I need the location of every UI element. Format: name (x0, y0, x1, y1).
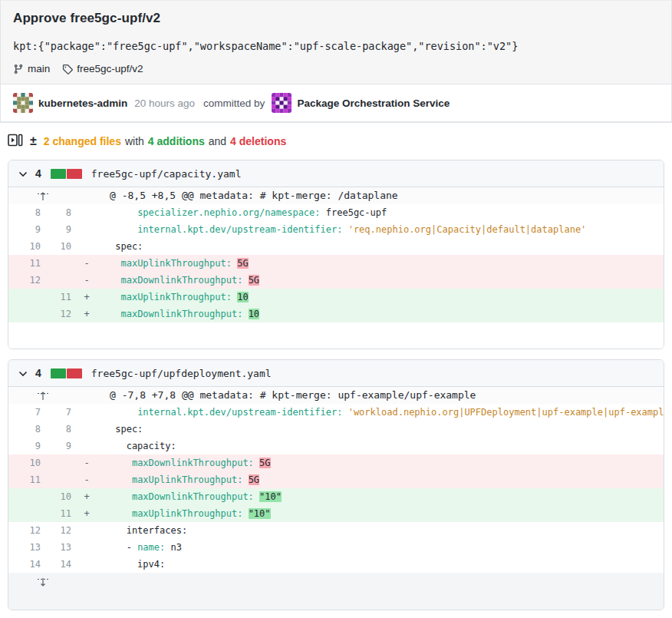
expand-down-button[interactable] (8, 577, 77, 587)
branch-link[interactable]: main (13, 63, 50, 74)
diff-marker: + (77, 505, 96, 522)
code-text: 5G (249, 275, 259, 286)
code-line: maxDownlinkThroughput: "10" (96, 488, 664, 505)
code-text (110, 458, 132, 468)
code-text: interfaces: (110, 525, 187, 536)
committer-avatar[interactable] (272, 93, 292, 113)
tag-icon (62, 64, 73, 74)
code-line: ipv4: (96, 556, 664, 573)
code-line: maxDownlinkThroughput: 10 (96, 306, 664, 322)
diffstat-additions (51, 169, 66, 179)
code-line: - name: n3 (96, 539, 664, 556)
old-line-number[interactable]: 12 (8, 272, 48, 289)
diff-marker (77, 404, 96, 421)
new-line-number[interactable] (48, 454, 77, 471)
branch-name: main (28, 63, 50, 74)
file-header: 4free5gc-upf/upfdeployment.yaml (8, 360, 664, 387)
collapse-file-button[interactable] (18, 168, 28, 180)
diff-stats-toggle-button[interactable]: ± (30, 135, 37, 147)
diff-row-added: 12+ maxDownlinkThroughput: 10 (8, 306, 664, 322)
diff-row-context: 88 specializer.nephio.org/namespace: fre… (8, 204, 664, 221)
code-text (110, 207, 137, 218)
additions-count: 4 additions (148, 135, 205, 147)
diffstat-additions (51, 368, 66, 378)
committer-name[interactable]: Package Orchestration Service (297, 97, 450, 109)
hunk-header-text: @ -8,5 +8,5 @@ metadata: # kpt-merge: /d… (96, 187, 664, 204)
code-text: "10" (259, 491, 282, 502)
old-line-number[interactable]: 9 (8, 438, 48, 454)
code-text: capacity: (110, 441, 176, 451)
new-line-number[interactable] (48, 272, 77, 289)
code-text: 10 (237, 292, 248, 302)
new-line-number[interactable]: 10 (48, 238, 77, 255)
old-line-number[interactable]: 14 (8, 556, 48, 573)
new-line-number[interactable] (48, 471, 77, 488)
yaml-key: maxUplinkThroughput: (120, 292, 232, 302)
old-line-number[interactable]: 10 (8, 238, 48, 255)
code-line: maxUplinkThroughput: 5G (96, 471, 664, 488)
new-line-number[interactable]: 8 (48, 421, 77, 438)
commit-time: 20 hours ago (134, 97, 195, 109)
code-text (110, 508, 132, 519)
old-line-number[interactable] (8, 505, 48, 522)
diff-table: @ -8,5 +8,5 @@ metadata: # kpt-merge: /d… (8, 187, 664, 322)
diff-row-context: 1313 - name: n3 (8, 539, 664, 556)
yaml-key: maxUplinkThroughput: (132, 508, 243, 519)
diff-row-context: 1414 ipv4: (8, 556, 664, 573)
author-avatar[interactable] (13, 93, 33, 113)
old-line-number[interactable]: 7 (8, 404, 48, 421)
code-line: maxUplinkThroughput: 5G (96, 255, 664, 272)
new-line-number[interactable]: 12 (48, 306, 77, 322)
file-tree-toggle-button[interactable] (8, 134, 23, 149)
new-line-number[interactable]: 9 (48, 438, 77, 454)
code-text (342, 407, 348, 418)
diff-row-deleted: 12- maxDownlinkThroughput: 5G (8, 272, 664, 289)
code-text: n3 (165, 542, 182, 553)
file-diff-box: 4free5gc-upf/upfdeployment.yaml@ -7,8 +7… (8, 359, 664, 610)
yaml-key: maxDownlinkThroughput: (132, 491, 254, 502)
new-line-number[interactable]: 13 (48, 539, 77, 556)
old-line-number[interactable]: 9 (8, 221, 48, 238)
commit-header: Approve free5gc-upf/v2 kpt:{"package":"f… (1, 1, 671, 84)
yaml-key: maxDownlinkThroughput: (120, 309, 242, 319)
expand-up-button[interactable] (8, 187, 77, 204)
code-line: maxUplinkThroughput: "10" (96, 505, 664, 522)
tag-name: free5gc-upf/v2 (77, 63, 143, 74)
new-line-number[interactable]: 8 (48, 204, 77, 221)
changed-files-count: 2 changed files (44, 135, 121, 147)
collapse-file-button[interactable] (18, 368, 28, 379)
new-line-number[interactable]: 7 (48, 404, 77, 421)
old-line-number[interactable]: 13 (8, 539, 48, 556)
new-line-number[interactable]: 10 (48, 488, 77, 505)
old-line-number[interactable]: 12 (8, 522, 48, 539)
old-line-number[interactable] (8, 488, 48, 505)
new-line-number[interactable]: 9 (48, 221, 77, 238)
code-line: internal.kpt.dev/upstream-identifier: 'w… (96, 404, 664, 421)
old-line-number[interactable]: 8 (8, 421, 48, 438)
old-line-number[interactable]: 11 (8, 471, 48, 488)
code-text: 10 (249, 309, 259, 319)
file-name[interactable]: free5gc-upf/capacity.yaml (91, 168, 242, 180)
code-text (110, 309, 120, 319)
new-line-number[interactable] (48, 255, 77, 272)
expand-up-button[interactable] (8, 387, 77, 404)
old-line-number[interactable] (8, 306, 48, 322)
yaml-key: maxUplinkThroughput: (132, 474, 243, 485)
fold-up-icon (37, 391, 49, 401)
chevron-down-icon (18, 168, 28, 180)
new-line-number[interactable]: 11 (48, 505, 77, 522)
diff-summary-text: 2 changed files with 4 additions and 4 d… (44, 135, 286, 147)
new-line-number[interactable]: 12 (48, 522, 77, 539)
diff-row-deleted: 10- maxDownlinkThroughput: 5G (8, 454, 664, 471)
file-name[interactable]: free5gc-upf/upfdeployment.yaml (91, 368, 272, 379)
old-line-number[interactable]: 11 (8, 255, 48, 272)
code-line: spec: (96, 421, 664, 438)
tag-link[interactable]: free5gc-upf/v2 (62, 63, 143, 74)
diff-marker (77, 421, 96, 438)
author-name[interactable]: kubernetes-admin (38, 97, 127, 109)
old-line-number[interactable] (8, 289, 48, 306)
old-line-number[interactable]: 10 (8, 454, 48, 471)
old-line-number[interactable]: 8 (8, 204, 48, 221)
new-line-number[interactable]: 14 (48, 556, 77, 573)
new-line-number[interactable]: 11 (48, 289, 77, 306)
